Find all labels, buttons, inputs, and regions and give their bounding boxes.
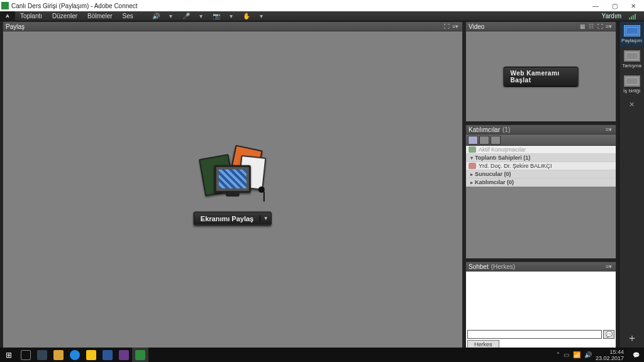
chat-pod-header[interactable]: Sohbet (Herkes) ≡▾ xyxy=(466,262,616,272)
chat-tab-label: Herkes xyxy=(474,341,492,348)
start-button[interactable]: ⊞ xyxy=(0,351,18,359)
chat-send-button[interactable]: 💬 xyxy=(603,330,614,339)
speaker-activity-icon xyxy=(469,146,476,153)
layout-label: İş birliği xyxy=(623,88,640,94)
app-icon xyxy=(1,2,9,9)
pod-options-icon[interactable]: ≡▾ xyxy=(604,126,613,133)
presenters-section-label: Sunucular (0) xyxy=(475,171,511,177)
pod-options-icon[interactable]: ≡▾ xyxy=(604,23,613,30)
chat-history[interactable] xyxy=(467,281,614,330)
menu-meeting[interactable]: Toplantı xyxy=(15,13,47,19)
sticky-notes-icon[interactable] xyxy=(83,348,99,362)
calculator-icon[interactable] xyxy=(34,348,50,362)
webcam-icon[interactable]: 📷 xyxy=(209,13,224,19)
volume-icon[interactable]: 🔊 xyxy=(584,351,592,358)
video-pod-title: Video xyxy=(469,23,484,30)
layout-collab[interactable]: İş birliği xyxy=(619,72,644,97)
wifi-icon[interactable]: 📶 xyxy=(573,351,580,358)
raise-hand-icon[interactable]: ✋ xyxy=(239,13,254,19)
webcam-menu[interactable]: ▾ xyxy=(224,13,239,19)
clock[interactable]: 15:44 23.02.2017 xyxy=(596,349,628,361)
active-speakers-label: Aktif Konuşmacılar xyxy=(479,146,526,153)
add-layout-button[interactable]: ＋ xyxy=(619,332,644,345)
mic-menu[interactable]: ▾ xyxy=(194,13,209,19)
layout-thumb-icon xyxy=(624,75,640,87)
expand-icon: ▸ xyxy=(469,180,475,185)
status-menu[interactable]: ▾ xyxy=(254,13,269,19)
view-status-icon[interactable] xyxy=(479,136,489,145)
share-pod-header[interactable]: Paylaş ⛶ ≡▾ xyxy=(3,22,462,31)
share-screen-dropdown[interactable]: ▼ xyxy=(260,216,271,221)
adobe-logo: A xyxy=(0,11,15,21)
menu-audio[interactable]: Ses xyxy=(118,13,138,19)
participants-pod-title: Katılımcılar xyxy=(469,126,500,133)
action-center-icon[interactable]: 💬 xyxy=(628,348,644,362)
attendees-section-label: Katılımcılar (0) xyxy=(475,179,514,185)
layout-thumb-icon xyxy=(624,25,640,36)
speaker-icon[interactable]: 🔊 xyxy=(148,13,164,19)
fullscreen-icon[interactable]: ⛶ xyxy=(596,23,604,30)
word-icon[interactable] xyxy=(99,348,116,362)
start-webcam-label: Web Kameramı Başlat xyxy=(511,70,560,84)
close-button[interactable]: ✕ xyxy=(624,3,643,9)
chat-tab-everyone[interactable]: Herkes xyxy=(467,340,499,348)
hosts-section-label: Toplantı Sahipleri (1) xyxy=(475,155,530,161)
expand-icon: ▸ xyxy=(469,172,475,177)
fullscreen-icon[interactable]: ⛶ xyxy=(442,23,451,30)
menu-pods[interactable]: Bölmeler xyxy=(82,13,117,19)
close-layouts-icon[interactable]: ✕ xyxy=(619,101,644,109)
connection-strength-icon[interactable] xyxy=(629,13,641,19)
grid-view-icon[interactable]: ▦ xyxy=(578,23,587,30)
minimize-button[interactable]: — xyxy=(586,3,605,9)
app-icon[interactable] xyxy=(116,348,132,362)
adobe-connect-task-icon[interactable] xyxy=(132,348,148,362)
participant-row[interactable]: Yrd. Doç. Dr. Şekire BALIKÇI xyxy=(466,162,616,170)
share-screen-button[interactable]: Ekranımı Paylaş ▼ xyxy=(194,211,272,225)
share-pod: Paylaş ⛶ ≡▾ Ekranımı Paylaş ▼ xyxy=(3,21,463,348)
attendees-section[interactable]: ▸ Katılımcılar (0) xyxy=(466,178,616,187)
share-illustration xyxy=(198,146,267,202)
system-tray[interactable]: ˄ ▭ 📶 🔊 xyxy=(553,351,596,358)
maximize-button[interactable]: ▢ xyxy=(605,3,624,9)
speaker-menu[interactable]: ▾ xyxy=(164,13,179,19)
view-breakout-icon[interactable] xyxy=(491,136,501,145)
pod-options-icon[interactable]: ≡▾ xyxy=(604,263,613,270)
video-pod-header[interactable]: Video ▦ ☷ ⛶ ≡▾ xyxy=(466,22,616,31)
window-titlebar: Canlı Ders Girişi (Paylaşım) - Adobe Con… xyxy=(0,0,644,11)
video-pod: Video ▦ ☷ ⛶ ≡▾ Web Kameramı Başlat xyxy=(465,21,616,122)
window-title: Canlı Ders Girişi (Paylaşım) - Adobe Con… xyxy=(11,3,138,9)
filmstrip-view-icon[interactable]: ☷ xyxy=(587,23,596,30)
pod-options-icon[interactable]: ≡▾ xyxy=(451,23,460,30)
task-view-icon[interactable] xyxy=(18,348,34,362)
layout-share[interactable]: Paylaşım xyxy=(619,21,644,47)
view-list-icon[interactable] xyxy=(468,136,478,145)
chat-pod-title: Sohbet xyxy=(469,263,489,270)
file-explorer-icon[interactable] xyxy=(50,348,67,362)
host-icon xyxy=(469,163,476,169)
chat-input[interactable] xyxy=(467,330,602,339)
participants-toolbar xyxy=(466,134,616,146)
layout-label: Tartışma xyxy=(622,63,641,69)
menu-layouts[interactable]: Düzenler xyxy=(47,13,82,19)
mic-icon[interactable]: 🎤 xyxy=(179,13,194,19)
hosts-section[interactable]: ▾ Toplantı Sahipleri (1) xyxy=(466,154,616,162)
participants-pod-body: Aktif Konuşmacılar ▾ Toplantı Sahipleri … xyxy=(466,134,616,258)
chat-pod-body: 💬 Herkes xyxy=(466,272,616,348)
participants-pod: Katılımcılar (1) ≡▾ Aktif Konuşmacılar ▾… xyxy=(465,124,616,259)
layouts-sidebar: Paylaşım Tartışma İş birliği ✕ ＋ xyxy=(619,21,644,348)
workspace: Paylaş ⛶ ≡▾ Ekranımı Paylaş ▼ xyxy=(0,21,619,348)
layout-thumb-icon xyxy=(624,50,640,62)
share-pod-body: Ekranımı Paylaş ▼ xyxy=(3,31,462,348)
presenters-section[interactable]: ▸ Sunucular (0) xyxy=(466,170,616,178)
participants-count: (1) xyxy=(502,126,510,133)
participants-pod-header[interactable]: Katılımcılar (1) ≡▾ xyxy=(466,125,616,134)
start-webcam-button[interactable]: Web Kameramı Başlat xyxy=(504,67,579,87)
battery-icon[interactable]: ▭ xyxy=(564,351,569,358)
share-pod-title: Paylaş xyxy=(6,23,25,30)
menu-help[interactable]: Yardım xyxy=(597,13,627,19)
clock-time: 15:44 xyxy=(596,349,624,355)
layout-discuss[interactable]: Tartışma xyxy=(619,47,644,72)
edge-icon[interactable] xyxy=(67,348,83,362)
participant-name: Yrd. Doç. Dr. Şekire BALIKÇI xyxy=(479,163,552,169)
tray-chevron-icon[interactable]: ˄ xyxy=(557,351,560,358)
